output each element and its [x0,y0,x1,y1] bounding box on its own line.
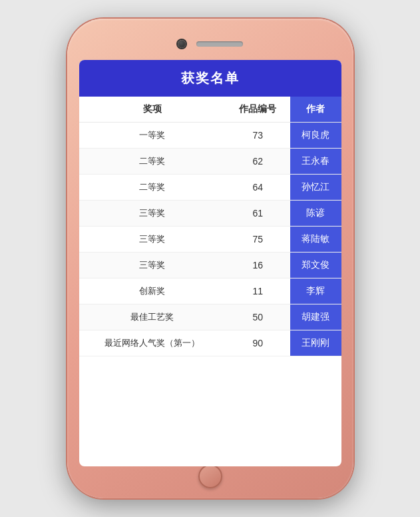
author-cell: 王刚刚 [290,330,341,356]
phone-bottom [198,466,222,486]
phone-top [79,31,341,57]
column-headers: 奖项 作品编号 作者 [79,97,341,123]
award-col-header: 奖项 [79,97,226,123]
author-cell: 郑文俊 [290,253,341,278]
table-row: 一等奖73柯良虎 [79,123,341,149]
author-cell: 陈谚 [290,201,341,227]
award-cell: 二等奖 [79,175,226,201]
screen: 获奖名单 奖项 作品编号 作者 一等奖73柯良虎二等奖62王永春二等奖64孙忆江… [79,60,341,466]
speaker [196,41,243,47]
author-col-header: 作者 [290,97,341,123]
award-cell: 三等奖 [79,201,226,227]
author-cell: 李辉 [290,278,341,304]
table-row: 最近网络人气奖（第一）90王刚刚 [79,330,341,356]
work-id-cell: 50 [226,304,290,330]
award-cell: 创新奖 [79,278,226,304]
award-cell: 三等奖 [79,253,226,278]
home-button[interactable] [198,464,222,488]
author-cell: 柯良虎 [290,123,341,149]
work-id-cell: 73 [226,123,290,149]
work-id-cell: 61 [226,201,290,227]
table-row: 三等奖61陈谚 [79,201,341,227]
work-id-cell: 64 [226,175,290,201]
phone-frame: 获奖名单 奖项 作品编号 作者 一等奖73柯良虎二等奖62王永春二等奖64孙忆江… [67,19,353,498]
work-id-cell: 16 [226,253,290,278]
table-row: 二等奖62王永春 [79,149,341,175]
camera-icon [178,40,186,48]
table-main-header: 获奖名单 [79,60,341,97]
author-cell: 蒋陆敏 [290,227,341,253]
work-id-col-header: 作品编号 [226,97,290,123]
table-row: 创新奖11李辉 [79,278,341,304]
award-cell: 二等奖 [79,149,226,175]
screen-content[interactable]: 获奖名单 奖项 作品编号 作者 一等奖73柯良虎二等奖62王永春二等奖64孙忆江… [79,60,341,466]
table-row: 三等奖75蒋陆敏 [79,227,341,253]
work-id-cell: 90 [226,330,290,356]
author-cell: 孙忆江 [290,175,341,201]
award-cell: 三等奖 [79,227,226,253]
work-id-cell: 62 [226,149,290,175]
table-title: 获奖名单 [79,60,341,97]
work-id-cell: 11 [226,278,290,304]
work-id-cell: 75 [226,227,290,253]
award-cell: 最近网络人气奖（第一） [79,330,226,356]
award-cell: 一等奖 [79,123,226,149]
table-row: 三等奖16郑文俊 [79,253,341,278]
award-table: 获奖名单 奖项 作品编号 作者 一等奖73柯良虎二等奖62王永春二等奖64孙忆江… [79,60,341,356]
table-row: 最佳工艺奖50胡建强 [79,304,341,330]
table-row: 二等奖64孙忆江 [79,175,341,201]
award-cell: 最佳工艺奖 [79,304,226,330]
author-cell: 王永春 [290,149,341,175]
author-cell: 胡建强 [290,304,341,330]
